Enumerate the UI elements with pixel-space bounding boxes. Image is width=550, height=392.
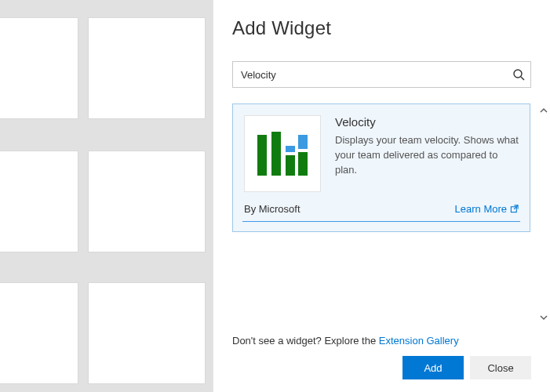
svg-line-9 <box>514 205 518 209</box>
search-wrap <box>232 61 531 88</box>
panel-footer: Don't see a widget? Explore the Extensio… <box>213 324 550 392</box>
close-button[interactable]: Close <box>470 356 531 379</box>
dashboard-tile <box>88 282 206 384</box>
extension-gallery-link[interactable]: Extension Gallery <box>379 335 459 347</box>
dashboard-tile <box>88 151 206 252</box>
add-button[interactable]: Add <box>402 356 464 379</box>
search-icon[interactable] <box>512 68 525 81</box>
widget-title: Velocity <box>335 115 519 129</box>
scroll-down-arrow-icon[interactable] <box>537 310 550 324</box>
widget-list: Velocity Displays your team velocity. Sh… <box>232 103 537 324</box>
panel-title: Add Widget <box>232 17 531 39</box>
svg-rect-7 <box>298 152 308 176</box>
widget-thumbnail <box>244 115 321 192</box>
widget-card-velocity[interactable]: Velocity Displays your team velocity. Sh… <box>232 103 530 232</box>
footer-prompt-prefix: Don't see a widget? Explore the <box>232 335 379 347</box>
svg-point-0 <box>514 70 522 78</box>
scroll-up-arrow-icon[interactable] <box>537 103 550 117</box>
svg-rect-2 <box>257 135 267 176</box>
dashboard-tile <box>0 17 78 119</box>
dashboard-tile <box>0 151 78 252</box>
add-widget-panel: Add Widget <box>213 0 550 392</box>
dashboard-grid-background <box>0 0 213 392</box>
svg-rect-3 <box>271 132 281 176</box>
dashboard-tile <box>0 282 78 384</box>
widget-publisher: By Microsoft <box>244 203 300 215</box>
external-link-icon <box>510 205 519 213</box>
search-input[interactable] <box>232 61 531 88</box>
svg-rect-6 <box>298 135 308 149</box>
svg-line-1 <box>521 77 524 80</box>
velocity-chart-icon <box>254 132 311 176</box>
svg-rect-4 <box>286 146 295 152</box>
svg-rect-5 <box>286 155 295 176</box>
learn-more-link[interactable]: Learn More <box>455 203 519 215</box>
learn-more-label: Learn More <box>455 203 507 215</box>
widget-description: Displays your team velocity. Shows what … <box>335 133 519 178</box>
footer-prompt: Don't see a widget? Explore the Extensio… <box>232 335 531 347</box>
scrollbar[interactable] <box>537 103 550 324</box>
dashboard-tile <box>88 17 206 119</box>
